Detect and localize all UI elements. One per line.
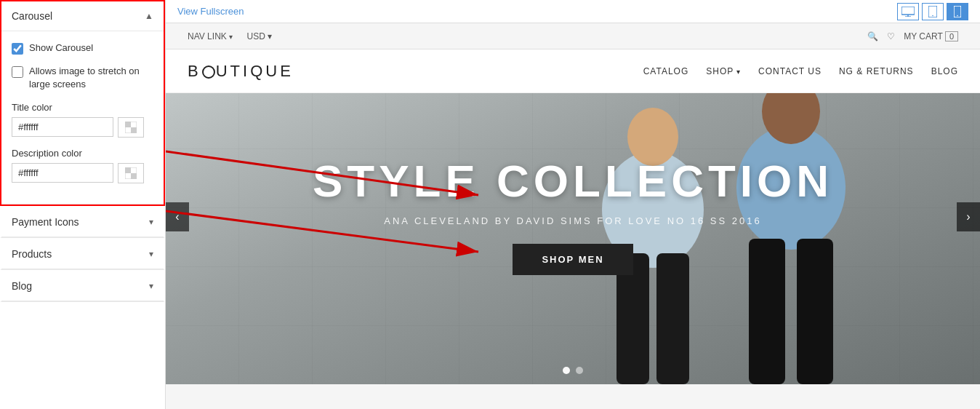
desc-color-input[interactable]: #ffffff (12, 163, 113, 183)
desc-color-input-row: #ffffff (12, 163, 153, 183)
products-header[interactable]: Products ▾ (1, 239, 164, 269)
currency-select[interactable]: USD ▾ (247, 31, 273, 41)
device-icons-group (897, 3, 968, 20)
website-preview: NAV LINK USD ▾ 🔍 ♡ MY CART 0 BUTIQUE CAT… (166, 23, 980, 409)
nav-links: CATALOG SHOP CONTACT US NG & RETURNS BLO… (643, 66, 958, 76)
preview-toolbar: View Fullscreen (166, 0, 980, 23)
carousel-prev-btn[interactable]: ‹ (166, 202, 189, 231)
carousel-content: Show Carousel Allows image to stretch on… (1, 31, 164, 204)
view-fullscreen-link[interactable]: View Fullscreen (177, 6, 244, 17)
hero-cta-button[interactable]: SHOP MEN (513, 244, 632, 275)
stretch-label: Allows image to stretch on large screens (29, 65, 153, 91)
carousel-dot-2[interactable] (576, 367, 583, 374)
mobile-icon (954, 6, 961, 17)
products-title: Products (12, 248, 52, 260)
right-preview: View Fullscreen (166, 0, 980, 409)
cart-label[interactable]: MY CART 0 (904, 31, 958, 41)
show-carousel-label: Show Carousel (29, 41, 93, 55)
svg-rect-5 (131, 173, 137, 179)
nav-returns[interactable]: NG & RETURNS (839, 66, 914, 76)
topbar-left: NAV LINK USD ▾ (188, 31, 272, 41)
nav-blog[interactable]: BLOG (931, 66, 958, 76)
svg-point-12 (957, 15, 958, 16)
wishlist-icon[interactable]: ♡ (887, 31, 895, 41)
blog-section: Blog ▾ (0, 270, 165, 302)
blog-header[interactable]: Blog ▾ (1, 271, 164, 301)
hero-wrapper: STYLE COLLECTION ANA CLEVELAND BY DAVID … (166, 49, 980, 409)
svg-rect-4 (125, 167, 131, 173)
title-color-input[interactable]: #ffffff (12, 117, 113, 137)
tablet-device-btn[interactable] (922, 3, 944, 20)
carousel-section: Carousel ▲ Show Carousel Allows image to… (0, 0, 165, 206)
left-panel: Carousel ▲ Show Carousel Allows image to… (0, 0, 166, 409)
cart-count: 0 (945, 31, 958, 41)
topbar-right: 🔍 ♡ MY CART 0 (867, 31, 958, 41)
carousel-title: Carousel (12, 10, 52, 22)
desc-color-label: Description color (12, 148, 153, 159)
svg-rect-1 (125, 122, 131, 127)
show-carousel-row: Show Carousel (12, 41, 153, 55)
carousel-dots (563, 367, 583, 374)
site-topbar: NAV LINK USD ▾ 🔍 ♡ MY CART 0 (166, 23, 980, 49)
stretch-checkbox[interactable] (12, 66, 23, 78)
hero-section: STYLE COLLECTION ANA CLEVELAND BY DAVID … (166, 49, 980, 384)
search-icon[interactable]: 🔍 (867, 31, 878, 41)
site-logo: BUTIQUE (188, 62, 294, 81)
title-color-field: Title color #ffffff (12, 102, 153, 138)
title-color-swatch[interactable] (118, 117, 144, 138)
payment-icons-header[interactable]: Payment Icons ▾ (1, 207, 164, 237)
products-chevron-icon: ▾ (149, 249, 153, 259)
tablet-icon (928, 6, 937, 17)
svg-point-10 (932, 15, 933, 16)
carousel-next-btn[interactable]: › (957, 202, 980, 231)
mobile-device-btn[interactable] (947, 3, 968, 20)
products-section: Products ▾ (0, 238, 165, 270)
hero-subtitle: ANA CLEVELAND BY DAVID SIMS FOR LOVE NO … (313, 215, 833, 226)
desc-color-swatch[interactable] (118, 163, 144, 183)
title-color-input-row: #ffffff (12, 117, 153, 138)
nav-catalog[interactable]: CATALOG (643, 66, 689, 76)
show-carousel-checkbox[interactable] (12, 43, 23, 55)
logo-o-icon (202, 65, 215, 79)
title-color-label: Title color (12, 102, 153, 113)
nav-shop[interactable]: SHOP (706, 66, 741, 76)
stretch-row: Allows image to stretch on large screens (12, 65, 153, 91)
nav-link-topbar[interactable]: NAV LINK (188, 31, 233, 41)
payment-icons-section: Payment Icons ▾ (0, 206, 165, 238)
hero-title: STYLE COLLECTION (313, 159, 833, 204)
desktop-icon (901, 7, 915, 17)
blog-chevron-icon: ▾ (149, 281, 153, 291)
hero-content: STYLE COLLECTION ANA CLEVELAND BY DAVID … (313, 159, 833, 275)
payment-chevron-icon: ▾ (149, 217, 153, 227)
carousel-dot-1[interactable] (563, 367, 570, 374)
blog-title: Blog (12, 280, 32, 292)
payment-icons-title: Payment Icons (12, 216, 79, 228)
desc-color-field: Description color #ffffff (12, 148, 153, 183)
svg-rect-6 (901, 7, 915, 15)
nav-contact[interactable]: CONTACT US (758, 66, 822, 76)
desktop-device-btn[interactable] (897, 3, 919, 20)
carousel-header[interactable]: Carousel ▲ (1, 1, 164, 31)
svg-rect-2 (131, 127, 137, 133)
chevron-up-icon: ▲ (145, 11, 153, 21)
site-nav: BUTIQUE CATALOG SHOP CONTACT US NG & RET… (166, 49, 980, 93)
